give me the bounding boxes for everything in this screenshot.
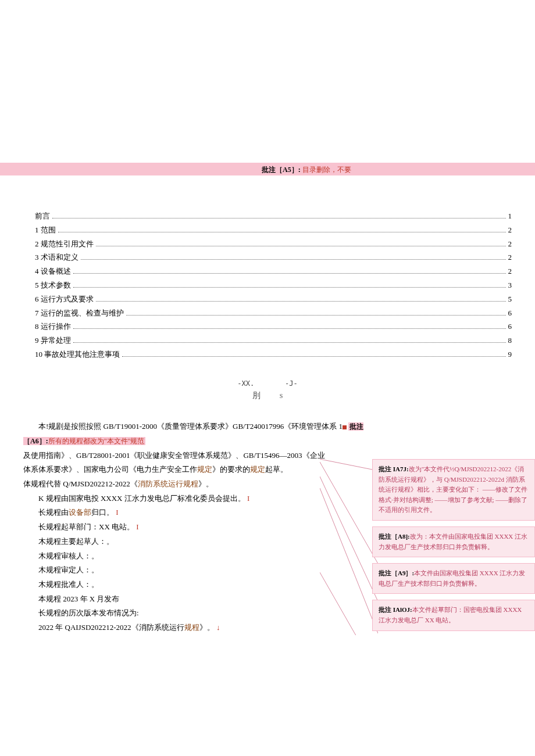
center-sub: S (280, 393, 283, 399)
comment-box: 批注［A9］:本文件由国家电投集团 XXXX 江水力发电总厂生产技术部归口并负责… (372, 563, 535, 594)
center-mark: -XX. -J- 刖 S (0, 378, 535, 403)
toc-row: 6 运行方式及要求5 (35, 293, 512, 306)
toc-label: 9 异常处理 (35, 335, 71, 347)
toc-label: 前言 (35, 210, 50, 223)
toc-label: 6 运行方式及要求 (35, 293, 94, 306)
table-of-contents: 前言11 范围22 规范性引用文件23 术语和定义24 设备概述25 技术参数3… (35, 210, 512, 361)
comment-box: 批注 IAlOJ:本文件起草部门：国密电投集团 XXXX 江水力发电总厂 XX … (372, 600, 535, 630)
toc-label: 1 范围 (35, 224, 56, 237)
toc-dots (73, 287, 506, 288)
li7: 木规程批准人：。 (23, 578, 372, 592)
toc-row: 前言1 (35, 210, 512, 223)
toc-row: 7 运行的监视、检查与维护6 (35, 307, 512, 320)
li9: 长规程的历次版本发布情况为: (23, 606, 372, 621)
toc-page: 6 (508, 321, 512, 333)
toc-dots (58, 232, 506, 232)
toc-row: 8 运行操作6 (35, 321, 512, 333)
toc-dots (73, 328, 506, 329)
li6: 木规程审定人：。 (23, 563, 372, 578)
toc-row: 1 范围2 (35, 224, 512, 237)
comment-a5-label: 批注［A5］: (262, 166, 301, 174)
toc-dots (96, 301, 506, 302)
comment-head: 批注［A9］: (379, 569, 414, 576)
li4: 木规程主要起草人：。 (23, 535, 372, 549)
a6-text: 所有的规程都改为"本文件"规范 (48, 437, 145, 445)
p1-gb2: GB/T240017996 (233, 422, 284, 431)
toc-label: 5 技术参数 (35, 280, 71, 292)
toc-dots (122, 356, 505, 357)
marker-icon (343, 425, 347, 429)
toc-row: 5 技术参数3 (35, 280, 512, 292)
toc-row: 9 异常处理8 (35, 335, 512, 347)
p4-post: 》。 (198, 479, 213, 488)
toc-row: 10 事故处理其他注意事项9 (35, 349, 512, 361)
toc-page: 2 (508, 238, 512, 250)
p4-pre: 体规程代替 Q/MJSD202212-2022《 (23, 479, 138, 488)
toc-dots (126, 315, 506, 316)
comment-head: 批注［A8]: (379, 533, 410, 540)
center-mid: 刖 (252, 391, 261, 400)
top-comment-bar: 批注［A5］: 目录删除，不要 (0, 163, 535, 175)
p3-qc: 起草。 (265, 465, 288, 474)
comment-head: 批注 IAlOJ: (379, 606, 412, 613)
foreword-body: 本!规剧是按照按照 GB/T19001-2000《质量管理体系要求》GB/T24… (23, 420, 372, 635)
li1: K 规程由国家电投 XXXX 江水力发电总厂标准化委员会提出。 I (23, 492, 372, 506)
toc-label: 8 运行操作 (35, 321, 71, 333)
p2: 及使用指南》、GB/T28001-2001《职业健康安全管理体系规范》、GB/T… (23, 449, 372, 463)
comment-body: 改为"本文件代½Q/MJSD202212-2022《消防系统运行规程》，与 Q/… (379, 465, 527, 513)
p3-post: 》的要求的 (212, 465, 250, 474)
center-right: -J- (285, 379, 298, 388)
toc-label: 10 事故处理其他注意事项 (35, 349, 120, 361)
toc-page: 9 (508, 349, 512, 361)
toc-page: 3 (508, 280, 512, 292)
p1-gb1: GB/T19001-2000 (104, 422, 157, 431)
toc-dots (73, 273, 506, 274)
p1-pre: 本!规剧是按照按照 (38, 422, 104, 431)
toc-page: 8 (508, 335, 512, 347)
li2: 长规程由设备部归口。 I (23, 506, 372, 520)
toc-dots (96, 246, 506, 246)
toc-label: 4 设备概述 (35, 266, 71, 278)
toc-dots (81, 259, 506, 260)
toc-label: 3 术语和定义 (35, 252, 79, 264)
toc-dots (52, 218, 506, 218)
comment-head: 批注 IA7J: (379, 465, 409, 472)
toc-page: 2 (508, 224, 512, 237)
li5: 木规程审核人：。 (23, 549, 372, 564)
li10: 2022 年 QAIJSD202212-2022《消防系统运行规程》。 ↓ (23, 621, 372, 635)
comment-box: 批注 IA7J:改为"本文件代½Q/MJSD202212-2022《消防系统运行… (372, 459, 535, 521)
comment-a5-text: 目录删除，不要 (302, 166, 351, 174)
p3-mid: 规定 (197, 465, 212, 474)
toc-page: 1 (508, 210, 512, 223)
toc-dots (73, 342, 506, 343)
toc-row: 2 规范性引用文件2 (35, 238, 512, 250)
toc-page: 6 (508, 307, 512, 320)
p4-mid: 消防系统运行规程 (138, 479, 198, 488)
li3: 长规程起草部门：XX 电站。 I (23, 520, 372, 535)
toc-page: 5 (508, 293, 512, 306)
toc-row: 3 术语和定义2 (35, 252, 512, 264)
comment-box: 批注［A8]:改为：本文件由国家电投集团 XXXX 江水力发电总厂生产技术部归口… (372, 526, 535, 557)
toc-label: 2 规范性引用文件 (35, 238, 94, 250)
p3-end: 规定 (250, 465, 265, 474)
p1-t1: 《质量管理体系要求》 (157, 422, 233, 431)
li8: 本规程 2023 年 X 月发布 (23, 592, 372, 607)
p3-pre: 体系体系要求》、国家电力公司《电力生产安全工作 (23, 465, 197, 474)
toc-row: 4 设备概述2 (35, 266, 512, 278)
toc-page: 2 (508, 252, 512, 264)
p1-t2: 《环境管理体系 1 (284, 422, 343, 431)
toc-label: 7 运行的监视、检查与维护 (35, 307, 124, 320)
comment-panel: 批注 IA7J:改为"本文件代½Q/MJSD202212-2022《消防系统运行… (372, 459, 535, 635)
toc-page: 2 (508, 266, 512, 278)
center-left: -XX. (237, 379, 254, 388)
